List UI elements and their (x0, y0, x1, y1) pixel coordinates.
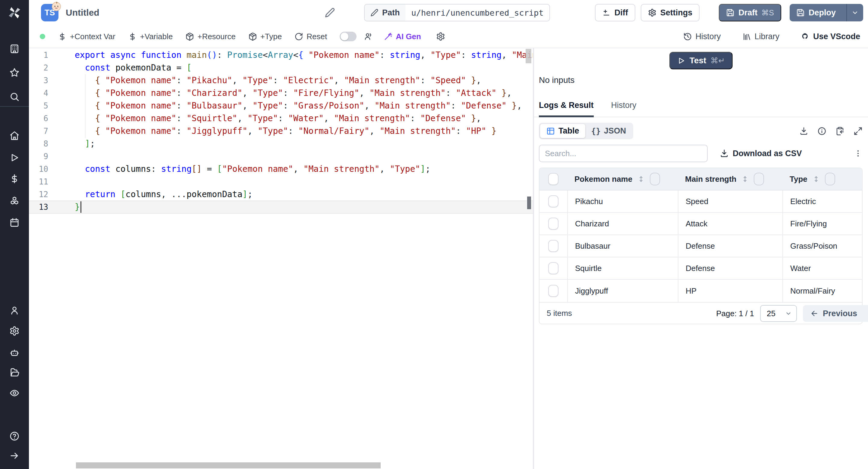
table-cell: Defense (678, 235, 782, 257)
sort-icon[interactable] (637, 175, 645, 183)
toolbar-item--context-var[interactable]: +Context Var (58, 32, 116, 41)
clipboard-copy-icon[interactable] (835, 127, 844, 136)
line-number: 3 (29, 74, 48, 87)
maximize-icon[interactable] (854, 127, 863, 136)
column-header-main-strength: Main strength (678, 173, 782, 185)
gear-icon (648, 8, 656, 17)
calendar-icon[interactable] (9, 217, 20, 227)
library-icon (742, 32, 751, 41)
diff-button[interactable]: Diff (595, 4, 635, 22)
info-icon[interactable] (817, 127, 827, 136)
building-icon[interactable] (9, 44, 20, 54)
user-icon[interactable] (9, 305, 20, 316)
download-csv-button[interactable]: Download as CSV (720, 149, 802, 158)
deploy-dropdown-button[interactable] (846, 4, 863, 22)
eye-icon[interactable] (9, 388, 20, 398)
vertical-scrollbar-thumb[interactable] (526, 49, 531, 63)
row-checkbox[interactable] (548, 195, 558, 207)
search-input[interactable] (539, 145, 708, 162)
path-label: Path (382, 8, 400, 18)
draft-button[interactable]: Draft ⌘S (719, 4, 781, 22)
dollar-sign-icon[interactable] (9, 174, 20, 184)
path-value[interactable]: u/henri/unencumbered_script (405, 8, 550, 18)
previous-label: Previous (823, 309, 857, 318)
toolbar-item-reset[interactable]: Reset (294, 32, 327, 41)
code-lines: 1export async function main(): Promise<A… (29, 49, 533, 213)
select-all-checkbox[interactable] (548, 173, 558, 185)
chevron-down-icon (785, 310, 792, 317)
page-size-select[interactable]: 25 (760, 305, 797, 322)
code-editor[interactable]: 1export async function main(): Promise<A… (29, 48, 533, 469)
path-field[interactable]: Path u/henri/unencumbered_script (364, 4, 550, 22)
bot-icon[interactable] (9, 347, 20, 358)
package-icon (185, 32, 194, 41)
diff-mode-toggle[interactable] (340, 32, 356, 41)
view-table-button[interactable]: Table (540, 124, 585, 138)
play-icon[interactable] (9, 153, 20, 163)
gear-icon[interactable] (436, 32, 445, 41)
table-cell: Pikachu (567, 190, 678, 212)
pencil-icon[interactable] (324, 7, 335, 18)
horizontal-scrollbar-thumb[interactable] (76, 462, 381, 468)
windmill-logo-icon[interactable] (7, 5, 22, 21)
table-body: PikachuSpeedElectricCharizardAttackFire/… (539, 190, 862, 302)
table-cell: Bulbasaur (567, 235, 678, 257)
row-checkbox[interactable] (548, 262, 558, 274)
code-line: 4 { "Pokemon name": "Charizard", "Type":… (29, 87, 533, 99)
code-line: 13} (29, 201, 533, 213)
kebab-menu-icon[interactable] (854, 149, 863, 158)
toolbar-item--type[interactable]: +Type (248, 32, 282, 41)
search-icon[interactable] (9, 92, 20, 102)
download-csv-label: Download as CSV (733, 149, 802, 158)
help-circle-icon[interactable] (9, 431, 20, 441)
result-body: Table {} JSON (534, 117, 868, 469)
settings-icon[interactable] (9, 326, 20, 336)
content-area: 1export async function main(): Promise<A… (29, 48, 868, 469)
tab-logs-result[interactable]: Logs & Result (539, 101, 594, 117)
diff-icon (602, 8, 611, 17)
arrow-right-icon[interactable] (9, 450, 20, 461)
toolbar-item--variable[interactable]: +Variable (128, 32, 173, 41)
column-toggle[interactable] (650, 173, 660, 185)
line-number: 12 (29, 188, 48, 201)
ai-gen-button[interactable]: AI Gen (384, 32, 421, 41)
windmill-app: TS Untitled (0, 0, 868, 469)
row-checkbox[interactable] (548, 218, 558, 230)
home-icon[interactable] (9, 130, 20, 141)
boxes-icon[interactable] (9, 196, 20, 206)
table-cell: Fire/Flying (782, 213, 862, 234)
view-json-button[interactable]: {} JSON (585, 124, 632, 138)
test-shortcut: ⌘↵ (710, 56, 725, 65)
package-icon (248, 32, 257, 41)
test-button[interactable]: Test ⌘↵ (670, 52, 733, 69)
users-icon[interactable] (364, 32, 373, 41)
row-checkbox[interactable] (548, 240, 558, 252)
table-row: BulbasaurDefenseGrass/Poison (539, 235, 862, 257)
settings-button[interactable]: Settings (641, 4, 700, 22)
download-icon[interactable] (799, 127, 808, 136)
code-text: const pokemonData = [ (48, 61, 533, 74)
column-toggle[interactable] (754, 173, 764, 185)
toolbar-item-use-vscode[interactable]: Use VScode (801, 32, 860, 41)
sort-icon[interactable] (812, 175, 820, 183)
code-line: 3 { "Pokemon name": "Pikachu", "Type": "… (29, 74, 533, 87)
deploy-button[interactable]: Deploy (789, 4, 842, 22)
toolbar-item-library[interactable]: Library (742, 32, 779, 41)
previous-page-button[interactable]: Previous (803, 305, 868, 322)
toolbar-item-history[interactable]: History (683, 32, 721, 41)
draft-shortcut: ⌘S (761, 8, 774, 17)
sort-icon[interactable] (741, 175, 749, 183)
result-action-icons (799, 127, 863, 136)
star-icon[interactable] (9, 67, 20, 78)
code-line: 8 ]; (29, 137, 533, 150)
line-number: 11 (29, 176, 48, 188)
table-cell: Squirtle (567, 257, 678, 279)
folder-open-icon[interactable] (9, 368, 20, 378)
tab-history[interactable]: History (611, 101, 637, 117)
save-icon (726, 8, 735, 17)
run-panel: Test ⌘↵ No inputs Logs & Result History (534, 48, 868, 469)
toolbar-item--resource[interactable]: +Resource (185, 32, 236, 41)
table-cell: Attack (678, 213, 782, 234)
row-checkbox[interactable] (548, 285, 558, 297)
column-toggle[interactable] (825, 173, 835, 185)
